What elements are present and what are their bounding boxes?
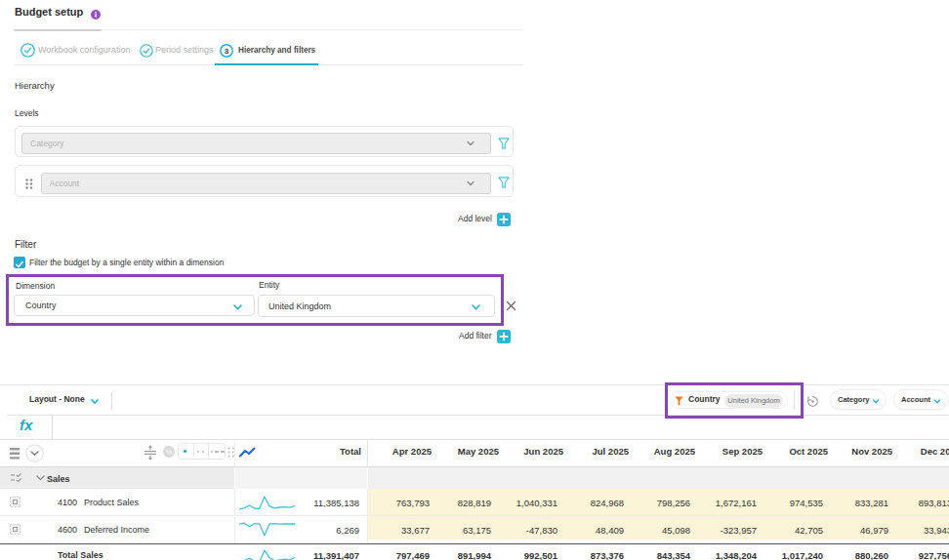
svg-text:%: % [166, 448, 173, 457]
svg-text:3: 3 [225, 47, 229, 56]
